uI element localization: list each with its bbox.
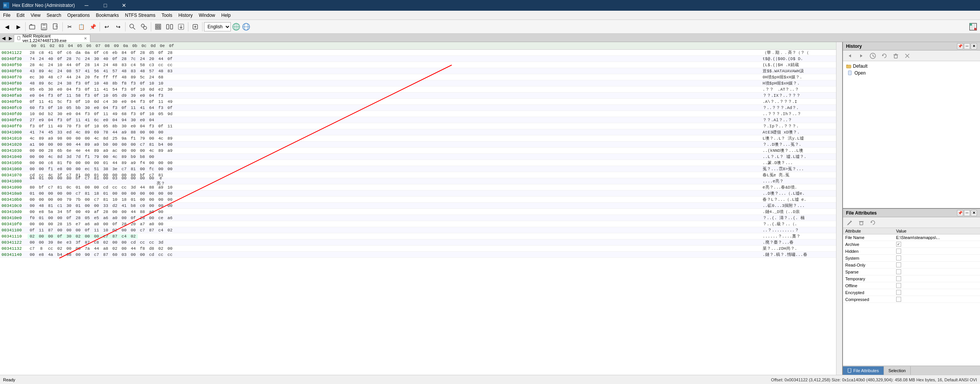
table-row[interactable]: 003410300000286b6e4e4489a9ac0000004c89a9…	[0, 148, 836, 154]
hex-byte[interactable]: f3	[119, 87, 129, 92]
hex-byte[interactable]: 27	[28, 118, 37, 122]
hex-byte[interactable]: 28	[28, 63, 37, 67]
history-clear-btn[interactable]	[902, 50, 913, 61]
table-row[interactable]: 00340fc060f30f1005bb30e004f30f114164f30f…	[0, 105, 836, 111]
hex-byte[interactable]: 02	[101, 240, 110, 245]
hex-byte[interactable]: 44	[92, 246, 101, 251]
hex-byte[interactable]: 04	[138, 124, 147, 129]
hex-byte[interactable]: 00	[119, 246, 129, 251]
hex-byte[interactable]: 20	[147, 57, 156, 61]
toolbar-cut[interactable]: ✂	[64, 21, 75, 32]
hex-byte[interactable]: f3	[138, 99, 147, 104]
hex-byte[interactable]: c4	[156, 228, 165, 233]
hex-byte[interactable]: 10	[55, 63, 64, 67]
hex-byte[interactable]: 00	[138, 148, 147, 153]
hex-byte[interactable]: 04	[147, 118, 156, 122]
hex-vertical-scrollbar[interactable]	[836, 42, 842, 375]
hex-byte[interactable]: 00	[55, 191, 64, 196]
history-delete-btn[interactable]	[890, 50, 901, 61]
hex-byte[interactable]: f3	[83, 112, 92, 116]
hex-byte[interactable]: f8	[138, 246, 147, 251]
hex-byte[interactable]: 49	[83, 210, 92, 214]
hex-byte[interactable]: f3	[156, 106, 165, 110]
hex-byte[interactable]: 00	[64, 228, 74, 233]
history-forward-btn[interactable]	[856, 50, 867, 61]
hex-byte[interactable]: 00	[64, 142, 74, 147]
hex-byte[interactable]: c8	[92, 240, 101, 245]
hex-byte[interactable]: 48	[156, 69, 165, 73]
hex-byte[interactable]: f3	[46, 93, 55, 98]
hex-byte[interactable]: 00	[37, 234, 46, 239]
hex-byte[interactable]: 90	[83, 252, 92, 257]
hex-byte[interactable]: 54	[110, 87, 119, 92]
table-row[interactable]: 0034112228c8410fc6da0a0fc6eb840f28d50f28…	[0, 50, 836, 56]
hex-byte[interactable]: 89	[37, 81, 46, 86]
hex-byte[interactable]: 0f	[28, 228, 37, 233]
attribute-checkbox[interactable]	[896, 290, 901, 295]
hex-byte[interactable]: 11	[101, 112, 110, 116]
hex-byte[interactable]: 48	[138, 69, 147, 73]
hex-byte[interactable]: 00	[28, 197, 37, 202]
hex-byte[interactable]: b9	[129, 155, 138, 159]
table-row[interactable]: 003411000f11870000000f1110020000c787c402…	[0, 227, 836, 233]
hex-byte[interactable]: 02	[74, 234, 83, 239]
hex-byte[interactable]: 0d	[37, 112, 46, 116]
hex-byte[interactable]: 24	[46, 63, 55, 67]
hex-byte[interactable]: 9a	[119, 136, 129, 141]
table-row[interactable]: 00341020a1900000004489a9b0000000c781b400…	[0, 142, 836, 148]
hex-byte[interactable]: 48	[37, 203, 46, 208]
hex-byte[interactable]: 24	[74, 75, 83, 80]
hex-byte[interactable]: 00	[37, 161, 46, 165]
table-row[interactable]: 003411220000398ee33f87c8020000cdcccc3d.廃…	[0, 239, 836, 246]
hex-byte[interactable]: f3	[28, 124, 37, 129]
hex-byte[interactable]: 44	[64, 63, 74, 67]
hex-byte[interactable]: a9	[101, 148, 110, 153]
hex-byte[interactable]: 0f	[83, 124, 92, 129]
hex-byte[interactable]: e0	[138, 118, 147, 122]
hex-byte[interactable]: 44	[64, 75, 74, 80]
hex-byte[interactable]: 81	[101, 197, 110, 202]
hex-byte[interactable]: 28	[28, 50, 37, 55]
history-open-item[interactable]: Open	[844, 70, 978, 76]
hex-byte[interactable]: f3	[156, 93, 165, 98]
hex-byte[interactable]: 00	[46, 234, 55, 239]
hex-byte[interactable]: 34	[55, 210, 64, 214]
hex-byte[interactable]: 5c	[55, 99, 64, 104]
hex-byte[interactable]: ce	[156, 216, 165, 220]
hex-byte[interactable]: 60	[110, 252, 119, 257]
hex-byte[interactable]: 0f	[92, 93, 101, 98]
globe-icon1[interactable]	[232, 22, 241, 31]
hex-byte[interactable]: 24	[138, 57, 147, 61]
hex-byte[interactable]: 00	[147, 130, 156, 135]
hex-byte[interactable]: 25	[110, 136, 119, 141]
hex-byte[interactable]: 00	[28, 167, 37, 171]
hex-byte[interactable]: 87	[147, 228, 156, 233]
hex-byte[interactable]: 00	[119, 142, 129, 147]
globe-icon2[interactable]	[242, 22, 251, 31]
hex-byte[interactable]: 44	[110, 161, 119, 165]
hex-byte[interactable]: f3	[147, 124, 156, 129]
hex-byte[interactable]: 81	[83, 191, 92, 196]
hex-byte[interactable]: f3	[64, 99, 74, 104]
hex-byte[interactable]: 8e	[55, 240, 64, 245]
hex-byte[interactable]: 87	[83, 240, 92, 245]
hex-byte[interactable]: 44	[129, 246, 138, 251]
hex-byte[interactable]: 6c	[46, 81, 55, 86]
hex-byte[interactable]: 48	[119, 75, 129, 80]
hex-byte[interactable]: 04	[110, 118, 119, 122]
hex-byte[interactable]: 00	[165, 246, 175, 251]
tab-nav-left[interactable]: ◀	[0, 35, 7, 42]
hex-byte[interactable]: 8d	[55, 155, 64, 159]
hex-byte[interactable]: 00	[119, 210, 129, 214]
hex-byte[interactable]: 20	[83, 75, 92, 80]
hex-byte[interactable]: 41	[46, 99, 55, 104]
hex-byte[interactable]: 0f	[46, 106, 55, 110]
hex-byte[interactable]: 04	[147, 93, 156, 98]
hex-byte[interactable]: 28	[55, 222, 64, 226]
hex-byte[interactable]: a8	[101, 246, 110, 251]
hex-byte[interactable]: 83	[129, 69, 138, 73]
hex-byte[interactable]: 00	[119, 148, 129, 153]
attribute-checkbox[interactable]	[896, 262, 901, 267]
hex-byte[interactable]: 7c	[74, 57, 83, 61]
hex-byte[interactable]: c0	[138, 203, 147, 208]
